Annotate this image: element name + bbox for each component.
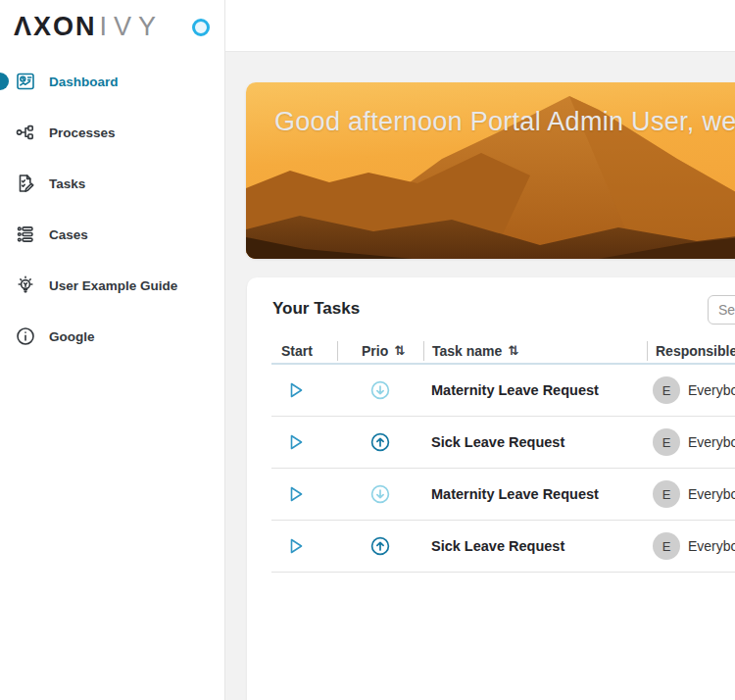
priority-cell (337, 417, 423, 468)
start-cell (271, 417, 337, 468)
priority-icon (369, 379, 391, 401)
task-name[interactable]: Maternity Leave Request (431, 382, 599, 398)
dashboard-content: Good afternoon Portal Admin User, welcom… (225, 52, 735, 700)
main-area: Good afternoon Portal Admin User, welcom… (225, 0, 735, 700)
responsible-name: Everybody (688, 538, 735, 554)
priority-cell (337, 521, 423, 572)
priority-high-icon (369, 535, 391, 557)
start-cell (271, 469, 337, 520)
avatar: E (653, 428, 680, 456)
task-table-body: Maternity Leave Request E Everybody (271, 365, 735, 573)
start-task-button[interactable] (283, 429, 309, 455)
sidebar: ΛXONIVY Dashboard (0, 0, 225, 700)
sidebar-item-label: Processes (49, 125, 116, 140)
sidebar-item-label: User Example Guide (49, 278, 177, 293)
start-task-button[interactable] (283, 533, 309, 559)
lightbulb-icon (14, 274, 37, 297)
task-table-row: Maternity Leave Request E Everybody (271, 469, 735, 521)
your-tasks-widget: Your Tasks Start Prio ⇅ Task name ⇅ (247, 277, 735, 700)
avatar: E (653, 376, 680, 404)
info-icon (14, 325, 37, 348)
task-table-header: Start Prio ⇅ Task name ⇅ Responsible (271, 338, 735, 365)
logo-text-secondary: IVY (100, 12, 164, 41)
priority-low-icon (369, 483, 391, 505)
priority-low-icon (369, 379, 391, 401)
task-name-cell: Maternity Leave Request (423, 469, 647, 520)
task-name[interactable]: Maternity Leave Request (431, 486, 599, 502)
avatar: E (653, 532, 680, 560)
sidebar-item-label: Google (49, 329, 95, 344)
column-header-responsible[interactable]: Responsible (647, 341, 735, 361)
sidebar-item-label: Cases (49, 227, 88, 242)
task-name-cell: Sick Leave Request (423, 521, 647, 572)
column-header-start[interactable]: Start (271, 341, 337, 361)
priority-cell (337, 469, 423, 520)
responsible-cell: E Everybody (647, 469, 735, 520)
play-icon (286, 432, 306, 452)
priority-high-icon (369, 431, 391, 453)
widget-header: Your Tasks (247, 277, 735, 338)
dashboard-icon (14, 70, 37, 93)
start-cell (271, 521, 337, 572)
task-name[interactable]: Sick Leave Request (431, 538, 564, 554)
task-table-row: Sick Leave Request E Everybody (271, 417, 735, 469)
processes-icon (14, 121, 37, 144)
column-label: Responsible (656, 343, 735, 359)
column-label: Prio (362, 343, 388, 359)
play-icon (286, 536, 306, 556)
sidebar-item-user-example-guide[interactable]: User Example Guide (0, 260, 224, 311)
responsible-name: Everybody (688, 434, 735, 450)
start-task-button[interactable] (283, 377, 309, 403)
column-header-prio[interactable]: Prio ⇅ (337, 341, 423, 361)
start-task-button[interactable] (283, 481, 309, 507)
priority-cell (337, 365, 423, 416)
sidebar-item-label: Tasks (49, 176, 85, 191)
play-icon (286, 484, 306, 504)
axonivy-logo: ΛXONIVY (14, 12, 163, 41)
welcome-banner: Good afternoon Portal Admin User, welcom… (246, 82, 735, 259)
column-label: Task name (432, 343, 502, 359)
sort-icon[interactable]: ⇅ (394, 343, 405, 358)
avatar: E (653, 480, 680, 508)
responsible-cell: E Everybody (647, 417, 735, 468)
cases-icon (14, 223, 37, 246)
sort-icon[interactable]: ⇅ (508, 343, 518, 358)
responsible-cell: E Everybody (647, 365, 735, 416)
responsible-name: Everybody (688, 382, 735, 398)
play-icon (286, 380, 306, 400)
task-name-cell: Sick Leave Request (423, 417, 647, 468)
task-table-row: Maternity Leave Request E Everybody (271, 365, 735, 417)
tasks-icon (14, 172, 37, 195)
responsible-name: Everybody (688, 486, 735, 502)
active-indicator (0, 73, 9, 90)
sidebar-item-dashboard[interactable]: Dashboard (0, 56, 224, 107)
logo-row: ΛXONIVY (0, 0, 224, 55)
task-name-cell: Maternity Leave Request (423, 365, 647, 416)
task-table: Start Prio ⇅ Task name ⇅ Responsible (271, 338, 735, 573)
greeting-text: Good afternoon Portal Admin User, welcom… (274, 107, 735, 137)
sidebar-item-google[interactable]: Google (0, 311, 224, 362)
logo-text-primary: ΛXON (14, 12, 97, 41)
task-search-input[interactable] (708, 295, 735, 325)
sidebar-nav: Dashboard Processes (0, 55, 224, 362)
priority-icon (369, 535, 391, 557)
task-name[interactable]: Sick Leave Request (431, 434, 564, 450)
column-label: Start (281, 343, 313, 359)
responsible-cell: E Everybody (647, 521, 735, 572)
priority-icon (369, 431, 391, 453)
task-table-row: Sick Leave Request E Everybody (271, 521, 735, 573)
sidebar-item-processes[interactable]: Processes (0, 107, 224, 158)
sidebar-toggle-icon[interactable] (192, 19, 210, 36)
sidebar-item-cases[interactable]: Cases (0, 209, 224, 260)
priority-icon (369, 483, 391, 505)
column-header-task-name[interactable]: Task name ⇅ (423, 341, 647, 361)
sidebar-item-label: Dashboard (49, 75, 119, 89)
start-cell (271, 365, 337, 416)
sidebar-item-tasks[interactable]: Tasks (0, 158, 224, 209)
top-header-bar (225, 0, 735, 52)
widget-title: Your Tasks (272, 299, 360, 319)
